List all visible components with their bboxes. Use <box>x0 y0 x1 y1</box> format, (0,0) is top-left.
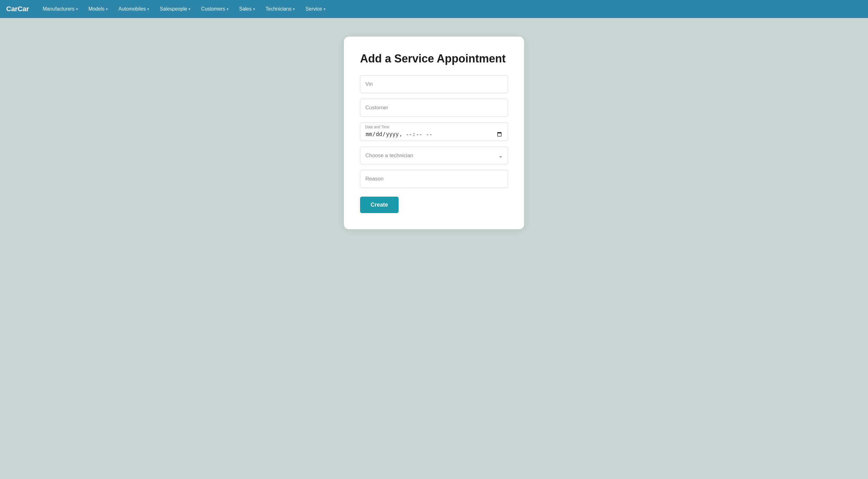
chevron-down-icon: ▾ <box>106 7 108 11</box>
vin-input[interactable] <box>360 75 508 93</box>
nav-item-salespeople[interactable]: Salespeople ▾ <box>155 4 195 14</box>
nav-item-service[interactable]: Service ▾ <box>301 4 330 14</box>
datetime-input[interactable] <box>360 122 508 141</box>
service-appointment-form: Date and Time Choose a technician ⌄ Crea… <box>360 75 508 213</box>
nav-label-technicians: Technicians <box>266 6 292 12</box>
nav-label-customers: Customers <box>201 6 225 12</box>
technician-group: Choose a technician ⌄ <box>360 147 508 164</box>
chevron-down-icon: ▾ <box>253 7 255 11</box>
nav-item-manufacturers[interactable]: Manufacturers ▾ <box>38 4 82 14</box>
navbar: CarCar Manufacturers ▾ Models ▾ Automobi… <box>0 0 868 18</box>
chevron-down-icon: ▾ <box>227 7 229 11</box>
create-button[interactable]: Create <box>360 197 399 213</box>
customer-input[interactable] <box>360 99 508 117</box>
nav-label-sales: Sales <box>239 6 252 12</box>
reason-group <box>360 170 508 188</box>
nav-item-sales[interactable]: Sales ▾ <box>235 4 259 14</box>
customer-group <box>360 99 508 117</box>
nav-items: Manufacturers ▾ Models ▾ Automobiles ▾ S… <box>38 4 862 14</box>
nav-label-automobiles: Automobiles <box>118 6 146 12</box>
nav-label-salespeople: Salespeople <box>160 6 187 12</box>
chevron-down-icon: ▾ <box>189 7 190 11</box>
technician-select[interactable]: Choose a technician <box>360 147 508 164</box>
datetime-group: Date and Time <box>360 122 508 141</box>
chevron-down-icon: ▾ <box>324 7 326 11</box>
nav-label-service: Service <box>305 6 322 12</box>
nav-item-automobiles[interactable]: Automobiles ▾ <box>114 4 153 14</box>
vin-group <box>360 75 508 93</box>
nav-label-models: Models <box>89 6 105 12</box>
chevron-down-icon: ▾ <box>293 7 295 11</box>
nav-item-models[interactable]: Models ▾ <box>84 4 113 14</box>
chevron-down-icon: ▾ <box>147 7 149 11</box>
brand-logo[interactable]: CarCar <box>6 5 29 13</box>
datetime-wrapper: Date and Time <box>360 122 508 141</box>
main-content: Add a Service Appointment Date and Time … <box>0 18 868 248</box>
reason-input[interactable] <box>360 170 508 188</box>
form-card: Add a Service Appointment Date and Time … <box>344 37 524 229</box>
nav-item-customers[interactable]: Customers ▾ <box>197 4 233 14</box>
chevron-down-icon: ▾ <box>76 7 78 11</box>
nav-label-manufacturers: Manufacturers <box>42 6 74 12</box>
form-title: Add a Service Appointment <box>360 52 508 65</box>
nav-item-technicians[interactable]: Technicians ▾ <box>261 4 300 14</box>
technician-select-wrapper: Choose a technician ⌄ <box>360 147 508 164</box>
